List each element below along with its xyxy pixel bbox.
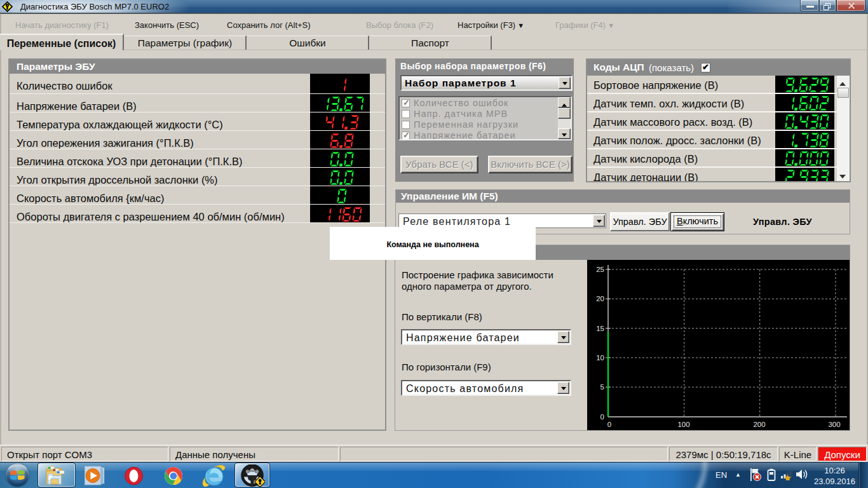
svg-text:15: 15 [596,325,604,332]
svg-text:20: 20 [596,295,604,302]
svg-text:5: 5 [600,383,604,391]
svg-text:300: 300 [828,421,840,428]
svg-text:0: 0 [607,421,611,428]
svg-text:100: 100 [677,421,689,428]
svg-text:10: 10 [596,354,604,362]
svg-text:200: 200 [753,421,765,428]
svg-text:25: 25 [596,266,604,273]
svg-text:0: 0 [600,413,604,421]
